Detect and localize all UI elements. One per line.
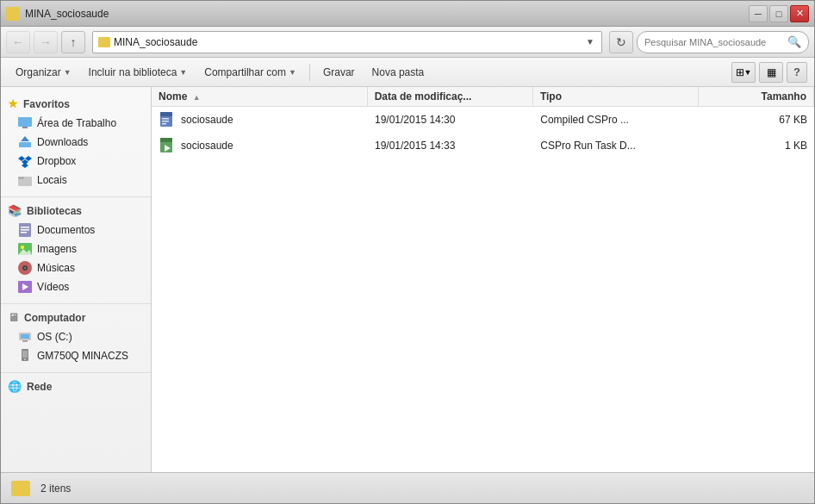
sidebar-item-downloads[interactable]: Downloads bbox=[1, 133, 151, 152]
new-folder-label: Nova pasta bbox=[372, 66, 425, 78]
organize-label: Organizar bbox=[16, 66, 61, 78]
share-label: Compartilhar com bbox=[204, 66, 286, 78]
address-bar[interactable]: MINA_sociosaude ▼ bbox=[92, 31, 602, 53]
refresh-button[interactable]: ↻ bbox=[609, 31, 633, 53]
sidebar-item-documentos[interactable]: Documentos bbox=[1, 221, 151, 240]
share-button[interactable]: Compartilhar com ▼ bbox=[196, 62, 304, 83]
sidebar-item-videos[interactable]: Vídeos bbox=[1, 277, 151, 296]
sidebar-section-computer: 🖥 Computador OS (C:) GM750Q MINACZS bbox=[1, 308, 151, 365]
organize-button[interactable]: Organizar ▼ bbox=[8, 62, 79, 83]
svg-point-15 bbox=[21, 246, 24, 249]
sidebar-item-gm750q-label: GM750Q MINACZS bbox=[37, 350, 128, 362]
maximize-button[interactable]: □ bbox=[769, 5, 788, 22]
share-arrow: ▼ bbox=[289, 68, 296, 77]
file-date-1: 19/01/2015 14:30 bbox=[368, 111, 533, 128]
search-input[interactable] bbox=[644, 37, 784, 47]
sidebar-item-desktop-label: Área de Trabalho bbox=[37, 117, 116, 129]
svg-rect-31 bbox=[162, 121, 169, 122]
svg-rect-0 bbox=[18, 117, 32, 127]
computer-label: Computador bbox=[24, 312, 85, 324]
file-list-header: Nome ▲ Data de modificaç... Tipo Tamanho bbox=[152, 87, 814, 107]
search-icon: 🔍 bbox=[787, 35, 801, 48]
search-bar[interactable]: 🔍 bbox=[637, 31, 809, 53]
locais-icon bbox=[18, 173, 32, 187]
sidebar-item-osc[interactable]: OS (C:) bbox=[1, 327, 151, 346]
desktop-icon bbox=[18, 116, 32, 130]
address-text: MINA_sociosaude bbox=[114, 36, 581, 48]
sidebar-section-network: 🌐 Rede bbox=[1, 376, 151, 396]
minimize-button[interactable]: ─ bbox=[749, 5, 768, 22]
sidebar-item-documentos-label: Documentos bbox=[37, 224, 95, 236]
close-button[interactable]: ✕ bbox=[790, 5, 809, 22]
burn-button[interactable]: Gravar bbox=[315, 62, 363, 83]
back-button[interactable]: ← bbox=[6, 31, 30, 53]
sidebar-item-gm750q[interactable]: GM750Q MINACZS bbox=[1, 346, 151, 365]
address-dropdown-button[interactable]: ▼ bbox=[584, 37, 596, 47]
nav-bar: ← → ↑ MINA_sociosaude ▼ ↻ 🔍 bbox=[1, 27, 814, 58]
sidebar-item-videos-label: Vídeos bbox=[37, 281, 69, 293]
svg-marker-7 bbox=[22, 163, 28, 168]
table-row[interactable]: sociosaude 19/01/2015 14:33 CSPro Run Ta… bbox=[152, 133, 814, 159]
pane-button[interactable]: ▦ bbox=[759, 62, 783, 83]
svg-rect-1 bbox=[22, 127, 28, 128]
forward-button[interactable]: → bbox=[34, 31, 58, 53]
include-library-label: Incluir na biblioteca bbox=[89, 66, 177, 78]
libraries-icon: 📚 bbox=[8, 204, 22, 217]
sidebar-divider-1 bbox=[1, 196, 151, 197]
svg-marker-3 bbox=[21, 136, 29, 141]
title-bar: MINA_sociosaude ─ □ ✕ bbox=[1, 1, 814, 27]
file-date-2: 19/01/2015 14:33 bbox=[368, 137, 533, 154]
address-folder-icon bbox=[98, 37, 110, 47]
pane-icon: ▦ bbox=[767, 66, 776, 78]
col-header-date[interactable]: Data de modificaç... bbox=[368, 87, 533, 106]
svg-rect-34 bbox=[160, 138, 172, 142]
gm750q-icon bbox=[18, 349, 32, 363]
sidebar-item-imagens-label: Imagens bbox=[37, 243, 77, 255]
file-cell-name-2: sociosaude bbox=[152, 134, 368, 157]
sidebar: ★ Favoritos Área de Trabalho Downloads bbox=[1, 87, 152, 472]
up-button[interactable]: ↑ bbox=[61, 31, 85, 53]
sidebar-item-osc-label: OS (C:) bbox=[37, 331, 72, 343]
sidebar-divider-2 bbox=[1, 303, 151, 304]
toolbar: Organizar ▼ Incluir na biblioteca ▼ Comp… bbox=[1, 58, 814, 87]
status-bar: 2 itens bbox=[1, 472, 814, 503]
svg-rect-30 bbox=[162, 118, 169, 120]
sidebar-item-musicas-label: Músicas bbox=[37, 262, 75, 274]
status-text: 2 itens bbox=[40, 482, 71, 495]
window-controls: ─ □ ✕ bbox=[749, 5, 809, 22]
file-list-area: Nome ▲ Data de modificaç... Tipo Tamanho bbox=[152, 87, 814, 472]
status-folder-icon bbox=[11, 481, 30, 496]
svg-rect-32 bbox=[162, 123, 166, 125]
dropbox-icon bbox=[18, 154, 32, 168]
sidebar-item-musicas[interactable]: Músicas bbox=[1, 258, 151, 277]
window-title: MINA_sociosaude bbox=[25, 8, 109, 20]
imagens-icon bbox=[18, 242, 32, 256]
svg-point-27 bbox=[24, 358, 26, 360]
sort-arrow-name: ▲ bbox=[193, 93, 201, 102]
svg-rect-11 bbox=[21, 227, 29, 228]
view-dropdown-button[interactable]: ⊞ ▼ bbox=[731, 62, 756, 83]
sidebar-item-dropbox[interactable]: Dropbox bbox=[1, 152, 151, 171]
file-cell-name-1: sociosaude bbox=[152, 109, 368, 131]
burn-label: Gravar bbox=[323, 66, 355, 78]
view-icon: ⊞ bbox=[736, 66, 744, 78]
sidebar-divider-3 bbox=[1, 372, 151, 373]
new-folder-button[interactable]: Nova pasta bbox=[364, 62, 432, 83]
col-header-type[interactable]: Tipo bbox=[533, 87, 699, 106]
sidebar-libraries-header: 📚 Bibliotecas bbox=[1, 201, 151, 221]
help-icon: ? bbox=[793, 65, 800, 78]
col-header-name[interactable]: Nome ▲ bbox=[152, 87, 368, 106]
title-bar-left: MINA_sociosaude bbox=[6, 7, 109, 21]
toolbar-right: ⊞ ▼ ▦ ? bbox=[731, 62, 807, 83]
sidebar-item-locais[interactable]: Locais bbox=[1, 171, 151, 190]
videos-icon bbox=[18, 280, 32, 294]
sidebar-item-imagens[interactable]: Imagens bbox=[1, 240, 151, 258]
table-row[interactable]: sociosaude 19/01/2015 14:30 Compiled CSP… bbox=[152, 107, 814, 133]
sidebar-network-header: 🌐 Rede bbox=[1, 376, 151, 396]
osc-icon bbox=[18, 330, 32, 344]
include-library-button[interactable]: Incluir na biblioteca ▼ bbox=[81, 62, 196, 83]
col-header-size[interactable]: Tamanho bbox=[699, 87, 814, 106]
file-type-2: CSPro Run Task D... bbox=[533, 137, 699, 154]
sidebar-item-desktop[interactable]: Área de Trabalho bbox=[1, 114, 151, 133]
help-button[interactable]: ? bbox=[787, 62, 807, 83]
